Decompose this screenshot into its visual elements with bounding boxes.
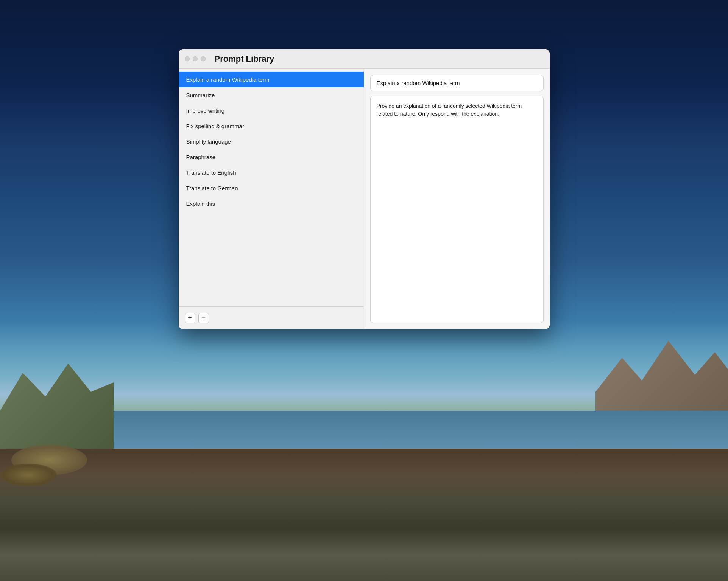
app-window: Prompt Library Explain a random Wikipedi… (179, 49, 550, 329)
sidebar-item-translate-german[interactable]: Translate to German (179, 180, 364, 196)
sidebar-item-fix-spelling[interactable]: Fix spelling & grammar (179, 118, 364, 134)
window-content: Explain a random Wikipedia term Summariz… (179, 69, 550, 329)
window-title: Prompt Library (215, 54, 274, 64)
sidebar-item-explain-this[interactable]: Explain this (179, 196, 364, 211)
sidebar-item-summarize[interactable]: Summarize (179, 87, 364, 103)
sidebar-item-improve-writing[interactable]: Improve writing (179, 103, 364, 118)
add-prompt-button[interactable]: + (185, 313, 195, 323)
prompt-title-input[interactable] (370, 75, 544, 91)
maximize-button[interactable] (201, 56, 206, 61)
minimize-button[interactable] (193, 56, 198, 61)
sidebar-footer: + − (179, 306, 364, 329)
ground-decoration (0, 449, 728, 581)
sidebar-item-explain-wikipedia[interactable]: Explain a random Wikipedia term (179, 72, 364, 87)
sidebar-item-paraphrase[interactable]: Paraphrase (179, 149, 364, 165)
traffic-lights (185, 56, 206, 61)
sidebar-list: Explain a random Wikipedia term Summariz… (179, 69, 364, 306)
detail-panel: Provide an explanation of a randomly sel… (364, 69, 550, 329)
close-button[interactable] (185, 56, 190, 61)
sidebar-item-translate-english[interactable]: Translate to English (179, 165, 364, 180)
sidebar: Explain a random Wikipedia term Summariz… (179, 69, 364, 329)
titlebar: Prompt Library (179, 49, 550, 69)
remove-prompt-button[interactable]: − (198, 313, 209, 323)
prompt-content-area[interactable]: Provide an explanation of a randomly sel… (370, 96, 544, 323)
sidebar-item-simplify-language[interactable]: Simplify language (179, 134, 364, 149)
window-title-area: Prompt Library (206, 54, 544, 64)
prompt-content-text: Provide an explanation of a randomly sel… (377, 102, 537, 317)
vegetation2-decoration (0, 464, 57, 486)
